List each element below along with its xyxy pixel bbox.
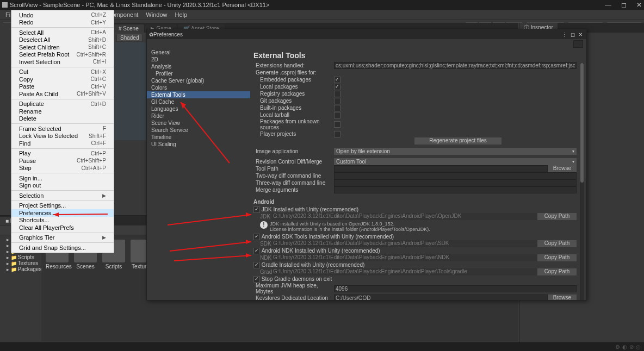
gradle-copy-path[interactable]: Copy Path — [537, 268, 577, 275]
menu-item-select-all[interactable]: Select AllCtrl+A — [11, 29, 114, 36]
asset-resources[interactable]: Resources — [46, 240, 69, 337]
menu-item-step[interactable]: StepCtrl+Alt+P — [11, 165, 114, 172]
menu-item-rename[interactable]: Rename — [11, 108, 114, 115]
sdk-checkbox[interactable] — [253, 234, 260, 240]
menu-item-deselect-all[interactable]: Deselect AllShift+D — [11, 36, 114, 44]
regenerate-button[interactable]: Regenerate project files — [414, 137, 501, 145]
menu-item-sign-out[interactable]: Sign out — [11, 182, 114, 190]
diff-merge-dropdown[interactable]: Custom Tool — [334, 158, 577, 165]
extensions-input[interactable] — [334, 62, 577, 69]
tree-scripts[interactable]: ▸ 📁Scripts — [0, 254, 41, 260]
csproj-local-tarball-checkbox[interactable] — [334, 112, 340, 118]
prefs-cat-ui-scaling[interactable]: UI Scaling — [147, 141, 250, 148]
menu-help[interactable]: Help — [171, 11, 190, 18]
csproj-local-packages-checkbox[interactable] — [334, 84, 340, 90]
menu-item-sign-in-[interactable]: Sign in... — [11, 174, 114, 182]
status-icon: ⊘ — [629, 344, 634, 350]
unity-icon — [2, 2, 8, 8]
menu-item-paste[interactable]: PasteCtrl+V — [11, 83, 114, 91]
sdk-copy-path[interactable]: Copy Path — [537, 240, 577, 247]
image-app-dropdown[interactable]: Open by file extension — [334, 148, 577, 155]
prefs-scrollbar[interactable] — [580, 63, 584, 300]
gear-icon: ✿ — [149, 32, 153, 37]
status-icon: ◎ — [636, 344, 641, 350]
tree-textures[interactable]: ▸ 📁Textures — [0, 260, 41, 266]
gradle-checkbox[interactable] — [253, 262, 260, 268]
prefs-cat--d[interactable]: 2D — [147, 56, 250, 63]
prefs-heading: External Tools — [250, 49, 584, 62]
status-bar: ⚙ ◐ ⊘ ◎ — [0, 342, 644, 351]
csproj-git-packages-checkbox[interactable] — [334, 98, 340, 104]
jvm-heap-input[interactable] — [334, 285, 577, 292]
csproj-packages-from-unknown-sources-checkbox[interactable] — [334, 121, 340, 128]
asset-scenes[interactable]: Scenes — [74, 240, 97, 337]
prefs-cat-general[interactable]: General — [147, 49, 250, 56]
csproj-registry-packages-checkbox[interactable] — [334, 91, 340, 97]
menu-item-project-settings-[interactable]: Project Settings... — [11, 202, 114, 210]
prefs-cat-cache-server-global-[interactable]: Cache Server (global) — [147, 77, 250, 84]
tool-path-browse[interactable]: Browse — [548, 165, 577, 172]
ndk-checkbox[interactable] — [253, 248, 260, 254]
three-way-input[interactable] — [334, 179, 577, 186]
preferences-window[interactable]: ✿ Preferences ⋮ ◻ ✕ General2DAnalysisPro… — [146, 29, 587, 300]
menu-item-cut[interactable]: CutCtrl+X — [11, 68, 114, 76]
menu-item-grid-and-snap-settings-[interactable]: Grid and Snap Settings... — [11, 244, 114, 252]
tree-packages[interactable]: ▸ 📁Packages — [0, 266, 41, 272]
prefs-cat-search-service[interactable]: Search Service — [147, 127, 250, 134]
jdk-copy-path[interactable]: Copy Path — [537, 213, 577, 220]
prefs-close-button[interactable]: ✕ — [577, 32, 584, 37]
close-button[interactable]: ✕ — [636, 1, 642, 9]
prefs-cat-languages[interactable]: Languages — [147, 105, 250, 112]
csproj-player-projects-checkbox[interactable] — [334, 131, 340, 137]
menu-item-shortcuts-[interactable]: Shortcuts... — [11, 217, 114, 224]
prefs-dock-button[interactable]: ◻ — [569, 32, 577, 37]
menu-item-duplicate[interactable]: DuplicateCtrl+D — [11, 101, 114, 108]
menu-item-clear-all-playerprefs[interactable]: Clear All PlayerPrefs — [11, 224, 114, 231]
scene-tab[interactable]: # Scene — [113, 24, 144, 33]
prefs-cat-external-tools[interactable]: External Tools — [147, 91, 250, 98]
prefs-cat-timeline[interactable]: Timeline — [147, 134, 250, 141]
menu-item-select-children[interactable]: Select ChildrenShift+C — [11, 43, 114, 51]
menu-item-lock-view-to-selected[interactable]: Lock View to SelectedShift+F — [11, 133, 114, 140]
csproj-embedded-packages-checkbox[interactable] — [334, 77, 340, 83]
menu-item-delete[interactable]: Delete — [11, 115, 114, 123]
prefs-cat-profiler[interactable]: Profiler — [147, 70, 250, 77]
menu-item-undo[interactable]: UndoCtrl+Z — [11, 11, 114, 19]
menu-item-preferences-[interactable]: Preferences... — [11, 209, 114, 217]
keystore-input[interactable] — [334, 294, 548, 300]
android-section: Android — [253, 197, 577, 206]
prefs-cat-colors[interactable]: Colors — [147, 84, 250, 91]
prefs-menu-button[interactable]: ⋮ — [560, 32, 569, 37]
menu-item-copy[interactable]: CopyCtrl+C — [11, 76, 114, 83]
prefs-cat-analysis[interactable]: Analysis — [147, 63, 250, 70]
maximize-button[interactable]: ◻ — [621, 1, 627, 9]
prefs-cat-gi-cache[interactable]: GI Cache — [147, 98, 250, 105]
two-way-input[interactable] — [334, 172, 577, 179]
menu-item-select-prefab-root[interactable]: Select Prefab RootCtrl+Shift+R — [11, 51, 114, 59]
csproj-built-in-packages-checkbox[interactable] — [334, 105, 340, 111]
menu-item-play[interactable]: PlayCtrl+P — [11, 150, 114, 158]
menu-item-find[interactable]: FindCtrl+F — [11, 140, 114, 147]
menu-item-frame-selected[interactable]: Frame SelectedF — [11, 125, 114, 133]
merge-args-input[interactable] — [334, 186, 577, 193]
keystore-browse[interactable]: Browse — [548, 294, 577, 300]
menu-item-pause[interactable]: PauseCtrl+Shift+P — [11, 157, 114, 165]
shading-dropdown[interactable]: Shaded — [116, 34, 143, 42]
menu-item-redo[interactable]: RedoCtrl+Y — [11, 19, 114, 27]
menu-item-selection[interactable]: Selection▶ — [11, 192, 114, 199]
prefs-search[interactable] — [573, 40, 583, 48]
minimize-button[interactable]: — — [605, 1, 611, 9]
stop-gradle-checkbox[interactable] — [253, 276, 260, 283]
menu-item-invert-selection[interactable]: Invert SelectionCtrl+I — [11, 58, 114, 66]
prefs-cat-rider[interactable]: Rider — [147, 112, 250, 120]
jdk-checkbox[interactable] — [253, 206, 260, 213]
sdk-path: G:\Unity\2020.3.12f1c1\Editor\Data\Playb… — [272, 240, 537, 247]
tool-path-input[interactable] — [334, 165, 548, 172]
edit-menu[interactable]: UndoCtrl+ZRedoCtrl+YSelect AllCtrl+ADese… — [11, 10, 114, 253]
ndk-copy-path[interactable]: Copy Path — [537, 254, 577, 261]
menu-item-paste-as-child[interactable]: Paste As ChildCtrl+Shift+V — [11, 90, 114, 98]
menu-item-graphics-tier[interactable]: Graphics Tier▶ — [11, 234, 114, 242]
prefs-cat-scene-view[interactable]: Scene View — [147, 120, 250, 127]
menu-window[interactable]: Window — [143, 11, 170, 18]
asset-scripts[interactable]: Scripts — [102, 240, 125, 337]
